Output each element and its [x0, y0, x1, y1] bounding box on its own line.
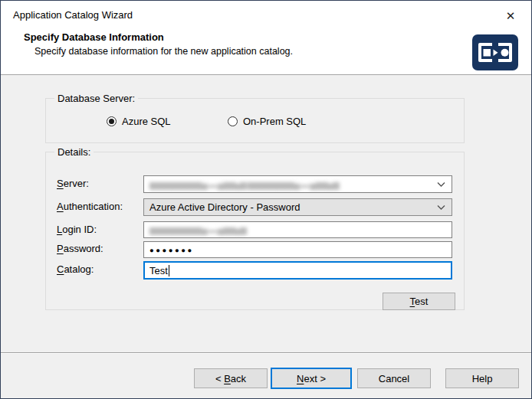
catalog-label: Catalog: [57, 263, 94, 275]
catalog-value: Test [149, 265, 168, 276]
application-catalog-wizard-dialog: Application Catalog Wizard ✕ Specify Dat… [0, 0, 532, 399]
server-label: Server: [57, 178, 89, 189]
text-caret [169, 265, 169, 276]
server-combobox[interactable]: ▆▆▆▆▆▆▆▆▆▅ ▬ ▅▆▆▅▆ ▆▆▆▆▆▆▆▆▅ ▬ ▅▆▆▅▆ [143, 175, 452, 193]
password-input[interactable]: ●●●●●●● [143, 241, 452, 258]
login-id-value-redacted: ▆▆▆▆▆▆▆▆▆▅ ▬ ▅▆▆▅▆ [149, 226, 246, 234]
page-subtitle: Specify database information for the new… [34, 46, 293, 57]
back-button[interactable]: < Back [194, 368, 268, 388]
test-button[interactable]: Test [383, 293, 455, 310]
chevron-down-icon[interactable] [437, 204, 445, 210]
radio-on-prem-sql-label: On-Prem SQL [243, 116, 306, 127]
window-title: Application Catalog Wizard [13, 9, 133, 21]
details-group-label: Details: [54, 146, 94, 158]
page-title: Specify Database Information [24, 31, 164, 43]
close-button[interactable]: ✕ [501, 7, 521, 25]
authentication-label: Authentication: [57, 201, 123, 212]
dialog-header: Application Catalog Wizard ✕ Specify Dat… [1, 1, 531, 75]
radio-azure-sql-circle[interactable] [107, 116, 117, 126]
footer-divider [1, 352, 531, 354]
database-server-group: Database Server: Azure SQL On-Prem SQL [45, 98, 465, 143]
radio-azure-sql-label: Azure SQL [122, 116, 171, 127]
database-server-group-label: Database Server: [54, 93, 138, 104]
details-group: Details: Server: ▆▆▆▆▆▆▆▆▆▅ ▬ ▅▆▆▅▆ ▆▆▆▆… [45, 152, 465, 310]
cancel-button[interactable]: Cancel [357, 368, 431, 388]
server-value-redacted: ▆▆▆▆▆▆▆▆▆▅ ▬ ▅▆▆▅▆ ▆▆▆▆▆▆▆▆▅ ▬ ▅▆▆▅▆ [149, 181, 339, 188]
application-catalog-logo-icon [472, 34, 518, 70]
radio-on-prem-sql-circle[interactable] [228, 116, 238, 126]
login-id-label: Login ID: [57, 224, 97, 235]
password-label: Password: [57, 243, 103, 254]
login-id-input[interactable]: ▆▆▆▆▆▆▆▆▆▅ ▬ ▅▆▆▅▆ [143, 221, 452, 238]
help-button[interactable]: Help [445, 368, 519, 388]
authentication-value: Azure Active Directory - Password [149, 201, 300, 213]
chevron-down-icon[interactable] [437, 182, 445, 187]
close-icon: ✕ [506, 9, 516, 23]
radio-on-prem-sql[interactable]: On-Prem SQL [228, 113, 306, 129]
password-masked-value: ●●●●●●● [149, 246, 194, 254]
catalog-input[interactable]: Test [143, 261, 452, 280]
next-button[interactable]: Next > [271, 368, 352, 389]
radio-azure-sql[interactable]: Azure SQL [107, 113, 171, 129]
authentication-dropdown[interactable]: Azure Active Directory - Password [143, 198, 452, 216]
